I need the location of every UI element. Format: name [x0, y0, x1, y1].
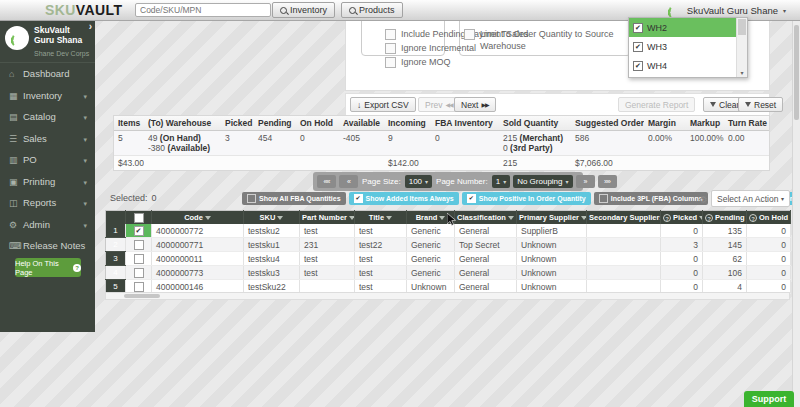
sidebar-item-inventory[interactable]: ▦Inventory ▾ [0, 85, 95, 107]
filter-funnel-icon[interactable] [439, 216, 445, 220]
selected-label: Selected: [110, 193, 148, 203]
sku-header[interactable]: SKU [244, 211, 300, 225]
row-checkbox[interactable] [134, 282, 144, 292]
scrollbar-thumb[interactable] [794, 25, 799, 120]
checkbox[interactable] [385, 57, 396, 68]
support-button[interactable]: Support [744, 391, 794, 407]
last-page-button[interactable]: »» [598, 175, 617, 188]
next-label: Next [461, 100, 478, 110]
select-action-dropdown[interactable]: Select An Action ▾ [711, 190, 790, 207]
help-button-label: Help On This Page [15, 259, 70, 277]
inventory-search-button[interactable]: Inventory [272, 2, 335, 18]
table-row[interactable]: 3 4000000011 testsku4 test test Generic … [106, 252, 791, 266]
page-number-dropdown[interactable]: 1▾ [492, 175, 510, 188]
select-all-checkbox[interactable] [134, 213, 144, 223]
filter-funnel-icon[interactable] [508, 216, 514, 220]
sidebar-item-catalog[interactable]: ▤Catalog ▾ [0, 106, 95, 128]
part-number-cell: test [300, 252, 355, 266]
checkbox[interactable] [385, 43, 396, 54]
filter-funnel-icon[interactable] [349, 216, 354, 220]
sidebar-item-label: Release Notes [23, 240, 85, 251]
classification-header[interactable]: Classification [455, 211, 517, 225]
filter-funnel-icon[interactable] [386, 216, 392, 220]
show-positive-order-toggle[interactable]: ✔Show Positive In Order Quantity [462, 192, 591, 205]
checkbox-checked[interactable]: ✔ [633, 23, 643, 33]
warehouse-option-wh4[interactable]: ✔ WH4 [629, 56, 736, 75]
sidebar-user-panel[interactable]: SkuVault Guru Shana Shane Dev Corps › [0, 20, 95, 63]
reset-filters-button[interactable]: Reset [738, 97, 783, 112]
row-select-cell[interactable]: ✔ [126, 224, 152, 238]
brand-cell: Generic [407, 266, 455, 280]
table-row[interactable]: 2 4000000771 testsku1 231 test22 Generic… [106, 238, 791, 252]
grid-settings-gear-icon[interactable]: ⚙ [699, 194, 708, 205]
filter-funnel-icon[interactable] [581, 216, 586, 220]
filter-funnel-icon[interactable] [205, 216, 211, 220]
scrollbar-thumb[interactable] [124, 294, 160, 298]
title-cell: test [355, 266, 407, 280]
checkbox-checked[interactable]: ✔ [633, 61, 643, 71]
admin-gear-icon: ⚙ [9, 215, 23, 237]
row-select-cell[interactable] [126, 266, 152, 280]
generate-report-button[interactable]: Generate Report [618, 97, 695, 112]
pending-header[interactable]: ?Pending [703, 211, 747, 225]
include-3pl-columns-toggle[interactable]: Include 3PL (FBA) Columns [594, 192, 708, 205]
sidebar-item-sales[interactable]: ☰Sales ▾ [0, 128, 95, 150]
checkbox[interactable] [385, 29, 396, 40]
chevron-down-icon: ▾ [781, 195, 784, 202]
secondary-suppliers-header[interactable]: Secondary Suppliers [587, 211, 661, 225]
sidebar-item-dashboard[interactable]: ⌂Dashboard [0, 63, 95, 85]
sidebar-item-release-notes[interactable]: ⌨Release Notes [0, 235, 95, 257]
previous-page-button[interactable]: « [339, 175, 358, 188]
row-select-cell[interactable] [126, 252, 152, 266]
sidebar-item-po[interactable]: ▥PO ▾ [0, 149, 95, 171]
dropdown-scrollbar[interactable]: ▾ [736, 18, 747, 77]
sold-total: 215 [499, 156, 571, 170]
code-header[interactable]: Code [152, 211, 244, 225]
show-added-items-toggle[interactable]: ✔Show Added Items Always [349, 192, 459, 205]
checkbox[interactable] [464, 29, 475, 40]
warehouse-option-wh3[interactable]: ✔ WH3 [629, 37, 736, 56]
sidebar-item-admin[interactable]: ⚙Admin ▾ [0, 214, 95, 236]
scrollbar-thumb[interactable] [738, 19, 746, 35]
row-checkbox-checked[interactable]: ✔ [134, 226, 144, 236]
search-input[interactable] [135, 3, 271, 17]
help-on-this-page-button[interactable]: Help On This Page ? [15, 258, 81, 277]
generate-report-label: Generate Report [625, 100, 688, 110]
picked-header[interactable]: ?Picked [661, 211, 703, 225]
checkbox-label: Ignore MOQ [401, 57, 451, 69]
export-csv-button[interactable]: ↓ Export CSV [350, 97, 416, 112]
grouping-dropdown[interactable]: No Grouping▾ [513, 175, 572, 188]
report-toolbar: ↓ Export CSV Prev ◀◀ Next ▶▶ Generate Re… [345, 93, 770, 116]
sidebar-item-printing[interactable]: ▣Printing ▾ [0, 171, 95, 193]
show-all-fba-toggle[interactable]: Show All FBA Quantities [242, 192, 346, 205]
summary-header: Pending [254, 116, 296, 130]
next-page-button[interactable]: » [576, 175, 595, 188]
on-hold-value: 0 [296, 131, 339, 155]
primary-supplier-header[interactable]: Primary Supplier [517, 211, 587, 225]
chevron-down-icon: ▾ [425, 178, 428, 185]
suggested-total: $7,066.00 [571, 156, 644, 170]
select-all-header[interactable] [126, 211, 152, 225]
part-number-header[interactable]: Part Number [300, 211, 355, 225]
row-checkbox[interactable] [134, 254, 144, 264]
scroll-down-arrow-icon[interactable]: ▾ [737, 69, 747, 77]
next-page-button[interactable]: Next ▶▶ [454, 97, 496, 112]
warehouse-option-wh2[interactable]: ✔ WH2 [629, 18, 736, 37]
sidebar-expand-chevron-icon[interactable]: › [89, 21, 92, 32]
page-vertical-scrollbar[interactable] [792, 20, 800, 407]
row-checkbox[interactable] [134, 268, 144, 278]
user-menu[interactable]: SkuVault Guru Shane ▾ [667, 3, 786, 17]
on-hold-cell: 0 [747, 252, 791, 266]
title-header[interactable]: Title [355, 211, 407, 225]
checkbox-checked[interactable]: ✔ [633, 42, 643, 52]
row-checkbox[interactable] [134, 240, 144, 250]
sidebar-item-reports[interactable]: ◫Reports ▾ [0, 192, 95, 214]
row-select-cell[interactable] [126, 238, 152, 252]
products-search-button[interactable]: Products [341, 2, 403, 18]
table-row[interactable]: 4 4000000773 testsku3 test test Generic … [106, 266, 791, 280]
on-hold-header[interactable]: ?On Hold [747, 211, 791, 225]
page-size-dropdown[interactable]: 100▾ [405, 175, 432, 188]
filter-funnel-icon[interactable] [277, 216, 283, 220]
grid-horizontal-scrollbar[interactable] [105, 292, 790, 300]
first-page-button[interactable]: «« [317, 175, 336, 188]
